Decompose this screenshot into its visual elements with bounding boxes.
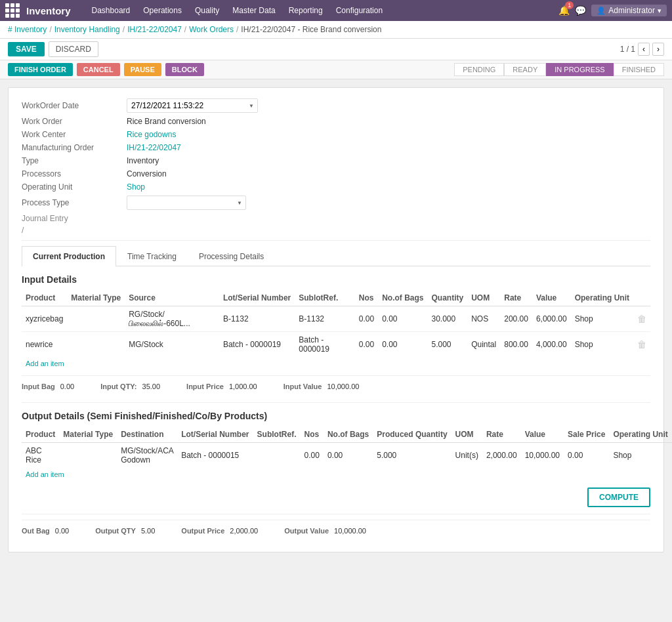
- output-row-uom: Unit(s): [452, 443, 482, 468]
- app-title: Inventory: [26, 5, 71, 16]
- operating-unit-value[interactable]: Shop: [127, 182, 145, 192]
- tab-time-tracking[interactable]: Time Tracking: [116, 246, 188, 266]
- nav-master-data[interactable]: Master Data: [227, 3, 280, 18]
- breadcrumb-work-orders[interactable]: Work Orders: [189, 25, 234, 34]
- pager-prev[interactable]: ‹: [638, 43, 650, 56]
- input-price-value: 1,000.00: [229, 383, 257, 390]
- input-row-no-of-bags: 0.00: [378, 332, 427, 358]
- form-card: WorkOrder Date Work Order Rice Brand con…: [8, 87, 664, 552]
- workorder-date-label: WorkOrder Date: [22, 101, 127, 110]
- user-menu[interactable]: 👤 Administrator ▾: [591, 5, 667, 16]
- input-row-source: MG/Stock: [125, 332, 219, 358]
- nav-configuration[interactable]: Configuration: [331, 3, 388, 18]
- cancel-button[interactable]: CANCEL: [77, 63, 120, 76]
- breadcrumb-inventory-handling[interactable]: Inventory Handling: [54, 25, 120, 34]
- output-value-value: 10,000.00: [334, 527, 366, 535]
- chat-icon[interactable]: 💬: [575, 5, 586, 16]
- input-row-operating-unit: Shop: [571, 306, 633, 332]
- type-label: Type: [22, 156, 127, 165]
- process-type-input[interactable]: [127, 196, 246, 210]
- out-col-destination: Destination: [117, 426, 177, 443]
- col-product: Product: [22, 290, 67, 306]
- manufacturing-order-label: Manufacturing Order: [22, 143, 127, 152]
- breadcrumb: # Inventory / Inventory Handling / IH/21…: [0, 21, 672, 39]
- status-in-progress[interactable]: IN PROGRESS: [546, 63, 613, 76]
- input-bag-label: Input Bag: [22, 383, 55, 390]
- manufacturing-order-value[interactable]: IH/21-22/02047: [127, 143, 181, 152]
- pager-next[interactable]: ›: [652, 43, 664, 56]
- tab-current-production[interactable]: Current Production: [22, 246, 116, 266]
- compute-wrap: COMPUTE: [22, 487, 650, 507]
- type-row: Type Inventory: [22, 156, 650, 165]
- out-col-uom: UOM: [452, 426, 482, 443]
- col-quantity: Quantity: [428, 290, 468, 306]
- input-qty-value: 35.00: [142, 383, 161, 390]
- main-content: WorkOrder Date Work Order Rice Brand con…: [0, 79, 672, 566]
- output-price-label: Output Price: [181, 527, 224, 535]
- input-row-delete[interactable]: 🗑: [637, 314, 646, 324]
- process-type-dropdown[interactable]: [127, 196, 246, 210]
- input-price-label: Input Price: [186, 383, 224, 390]
- status-pending[interactable]: PENDING: [454, 63, 504, 76]
- output-details-table: Product Material Type Destination Lot/Se…: [22, 426, 672, 468]
- nav-operations[interactable]: Operations: [138, 3, 187, 18]
- discard-button[interactable]: DISCARD: [49, 41, 98, 57]
- notification-badge: 1: [565, 1, 574, 9]
- input-qty-item: Input QTY: 35.00: [100, 383, 160, 390]
- breadcrumb-inventory[interactable]: # Inventory: [8, 25, 47, 34]
- nav-dashboard[interactable]: Dashboard: [87, 3, 136, 18]
- status-finished[interactable]: FINISHED: [614, 63, 664, 76]
- input-price-item: Input Price 1,000.00: [186, 383, 257, 390]
- output-row-sale-price: 0.00: [564, 443, 609, 468]
- col-rate: Rate: [500, 290, 532, 306]
- input-row-nos: 0.00: [355, 306, 378, 332]
- block-button[interactable]: BLOCK: [165, 63, 204, 76]
- output-details-title: Output Details (Semi Finished/Finished/C…: [22, 411, 650, 421]
- tab-processing-details[interactable]: Processing Details: [188, 246, 275, 266]
- processors-value: Conversion: [127, 169, 167, 178]
- work-order-value: Rice Brand conversion: [127, 117, 206, 126]
- breadcrumb-ih-number[interactable]: IH/21-22/02047: [127, 25, 182, 34]
- app-grid-icon[interactable]: [5, 3, 20, 18]
- input-row-delete[interactable]: 🗑: [637, 339, 646, 350]
- input-row-sublotref: Batch - 0000019: [295, 332, 355, 358]
- input-details-table: Product Material Type Source Lot/Serial …: [22, 290, 650, 357]
- out-col-no-of-bags: No.of Bags: [324, 426, 373, 443]
- col-source: Source: [125, 290, 219, 306]
- processors-row: Processors Conversion: [22, 169, 650, 178]
- out-bag-item: Out Bag 0.00: [22, 527, 69, 535]
- pause-button[interactable]: PAUSE: [124, 63, 161, 76]
- input-row-product: newrice: [22, 332, 67, 358]
- output-qty-value: 5.00: [141, 527, 155, 535]
- nav-right: 🔔 1 💬 👤 Administrator ▾: [558, 5, 667, 16]
- save-button[interactable]: SAVE: [8, 42, 45, 56]
- workorder-date-dropdown[interactable]: [127, 98, 258, 113]
- out-col-value: Value: [521, 426, 564, 443]
- output-qty-item: Output QTY 5.00: [95, 527, 155, 535]
- nav-quality[interactable]: Quality: [190, 3, 224, 18]
- finish-order-button[interactable]: FINISH ORDER: [8, 63, 73, 76]
- processors-label: Processors: [22, 169, 127, 178]
- work-center-value[interactable]: Rice godowns: [127, 130, 176, 139]
- output-table-row: ABC Rice MG/Stock/ACA Godown Batch - 000…: [22, 443, 672, 468]
- input-row-lot-serial: Batch - 0000019: [219, 332, 295, 358]
- nav-reporting[interactable]: Reporting: [284, 3, 328, 18]
- compute-button[interactable]: COMPUTE: [587, 487, 650, 507]
- process-type-row: Process Type: [22, 196, 650, 210]
- workorder-date-input[interactable]: [127, 98, 258, 113]
- work-center-row: Work Center Rice godowns: [22, 130, 650, 139]
- input-row-material-type: [67, 306, 125, 332]
- out-col-rate: Rate: [482, 426, 521, 443]
- input-details-title: Input Details: [22, 274, 650, 285]
- status-ready[interactable]: READY: [504, 63, 546, 76]
- out-bag-label: Out Bag: [22, 527, 50, 535]
- add-input-item[interactable]: Add an item: [22, 357, 68, 370]
- input-value-item: Input Value 10,000.00: [284, 383, 360, 390]
- add-output-item[interactable]: Add an item: [22, 468, 68, 481]
- col-material-type: Material Type: [67, 290, 125, 306]
- notification-icon[interactable]: 🔔 1: [558, 5, 570, 16]
- col-lot-serial: Lot/Serial Number: [219, 290, 295, 306]
- col-value: Value: [532, 290, 571, 306]
- input-row-uom: NOS: [467, 306, 500, 332]
- input-row-lot-serial: B-1132: [219, 306, 295, 332]
